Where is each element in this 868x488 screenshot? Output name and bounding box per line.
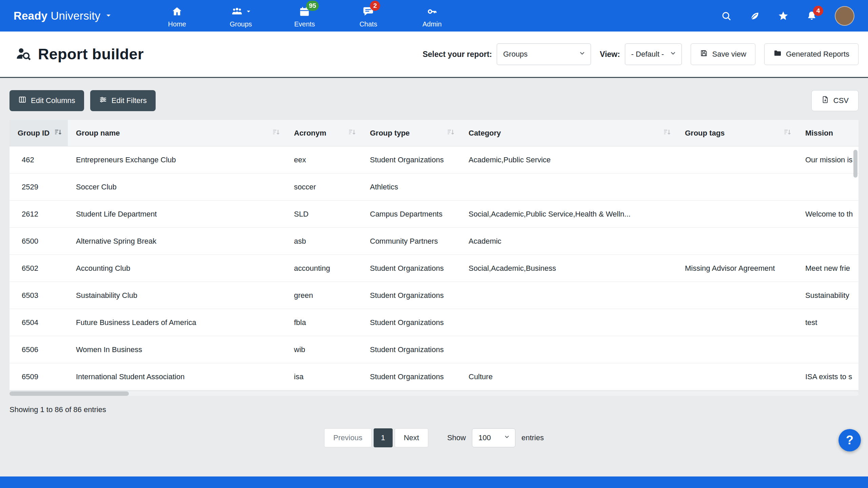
nav-label-groups: Groups (230, 20, 252, 28)
cell-group-name: International Student Association (68, 363, 286, 390)
cell-mission: Our mission is (797, 146, 859, 173)
save-view-button[interactable]: Save view (691, 43, 755, 65)
edit-columns-label: Edit Columns (31, 96, 75, 105)
cell-mission: ISA exists to s (797, 363, 859, 390)
home-icon (171, 6, 183, 17)
edit-columns-button[interactable]: Edit Columns (9, 90, 84, 111)
nav-item-home[interactable]: Home (145, 4, 209, 28)
table-row: 462 Entrepreneurs Exchange Club eex Stud… (9, 146, 859, 174)
nav-item-events[interactable]: 95 Events (273, 4, 336, 28)
chevron-down-icon (669, 49, 677, 59)
current-page-button[interactable]: 1 (374, 428, 393, 447)
cell-group-id: 2612 (9, 201, 68, 227)
brand-name-rest: University (51, 9, 100, 22)
table-row: 6500 Alternative Spring Break asb Commun… (9, 228, 859, 255)
filters-icon (99, 96, 107, 106)
brand[interactable]: Ready University (14, 9, 111, 22)
table-row: 6502 Accounting Club accounting Student … (9, 255, 859, 282)
nav-label-home: Home (168, 20, 186, 28)
cell-group-name: Entrepreneurs Exchange Club (68, 146, 286, 173)
cell-mission (797, 228, 859, 255)
column-label: Group ID (18, 129, 50, 138)
events-badge: 95 (306, 1, 319, 11)
sort-icon (663, 128, 671, 139)
folder-icon (773, 49, 782, 59)
nav-item-groups[interactable]: Groups (209, 4, 273, 28)
csv-export-button[interactable]: CSV (811, 90, 859, 111)
column-header-group-type[interactable]: Group type (362, 120, 460, 146)
column-header-category[interactable]: Category (460, 120, 677, 146)
cell-category (460, 174, 677, 200)
cell-category (460, 282, 677, 309)
cell-group-type: Student Organizations (362, 146, 460, 173)
user-avatar[interactable] (835, 6, 854, 26)
cell-group-name: Alternative Spring Break (68, 228, 286, 255)
leaf-icon[interactable] (749, 11, 760, 21)
cell-acronym: accounting (286, 255, 362, 282)
column-header-group-tags[interactable]: Group tags (677, 120, 797, 146)
column-label: Mission (805, 129, 833, 138)
nav-item-admin[interactable]: Admin (400, 4, 464, 28)
column-label: Group tags (685, 129, 725, 138)
table-row: 6506 Women In Business wib Student Organ… (9, 336, 859, 363)
brand-name-bold: Ready (14, 9, 47, 22)
cell-acronym: wib (286, 336, 362, 363)
column-header-acronym[interactable]: Acronym (286, 120, 362, 146)
notifications-badge: 4 (813, 6, 823, 16)
table-toolbar: Edit Columns Edit Filters CSV (9, 90, 859, 111)
view-select[interactable]: - Default - (625, 43, 682, 65)
show-label: Show (447, 433, 466, 442)
page-size-select[interactable]: 100 (472, 428, 515, 447)
report-select[interactable]: Groups (497, 43, 591, 65)
report-table: Group ID Group name Acronym Group type C… (9, 120, 859, 390)
bell-icon[interactable]: 4 (806, 11, 817, 21)
cell-group-type: Student Organizations (362, 309, 460, 336)
cell-group-name: Women In Business (68, 336, 286, 363)
cell-category: Academic (460, 228, 677, 255)
save-icon (700, 49, 708, 59)
nav-utilities: 4 (721, 6, 854, 26)
next-page-button[interactable]: Next (395, 428, 428, 447)
entries-label: entries (521, 433, 544, 442)
help-button[interactable]: ? (839, 429, 861, 451)
generated-reports-button[interactable]: Generated Reports (764, 43, 859, 65)
cell-mission (797, 174, 859, 200)
sort-icon (783, 128, 792, 139)
cell-group-type: Student Organizations (362, 282, 460, 309)
save-view-label: Save view (712, 50, 746, 59)
previous-page-button[interactable]: Previous (324, 428, 372, 447)
main-content: Edit Columns Edit Filters CSV Group ID G… (0, 78, 868, 447)
nav-label-chats: Chats (359, 20, 377, 28)
cell-group-id: 6506 (9, 336, 68, 363)
page-size-value: 100 (478, 433, 491, 442)
nav-item-chats[interactable]: 2 Chats (336, 4, 400, 28)
cell-group-type: Student Organizations (362, 336, 460, 363)
cell-category (460, 309, 677, 336)
column-header-group-name[interactable]: Group name (68, 120, 286, 146)
cell-group-id: 6500 (9, 228, 68, 255)
table-body: 462 Entrepreneurs Exchange Club eex Stud… (9, 146, 859, 390)
page-title: Report builder (38, 45, 144, 63)
column-header-group-id[interactable]: Group ID (9, 120, 68, 146)
cell-group-type: Student Organizations (362, 255, 460, 282)
cell-group-id: 6509 (9, 363, 68, 390)
cell-category: Academic,Public Service (460, 146, 677, 173)
generated-reports-label: Generated Reports (786, 50, 849, 59)
edit-filters-button[interactable]: Edit Filters (90, 90, 156, 111)
cell-category: Social,Academic,Business (460, 255, 677, 282)
column-header-mission[interactable]: Mission (797, 120, 859, 146)
star-icon[interactable] (778, 11, 789, 21)
search-icon[interactable] (721, 11, 732, 21)
horizontal-scrollbar-thumb[interactable] (9, 391, 129, 396)
nav-label-events: Events (294, 20, 315, 28)
chats-badge: 2 (370, 1, 380, 11)
horizontal-scrollbar[interactable] (9, 391, 859, 396)
edit-filters-label: Edit Filters (112, 96, 147, 105)
cell-group-name: Soccer Club (68, 174, 286, 200)
cell-group-tags (677, 282, 797, 309)
sort-icon (272, 128, 280, 139)
column-label: Group name (76, 129, 120, 138)
cell-acronym: asb (286, 228, 362, 255)
vertical-scrollbar[interactable] (853, 150, 857, 178)
chevron-down-icon (578, 49, 586, 59)
